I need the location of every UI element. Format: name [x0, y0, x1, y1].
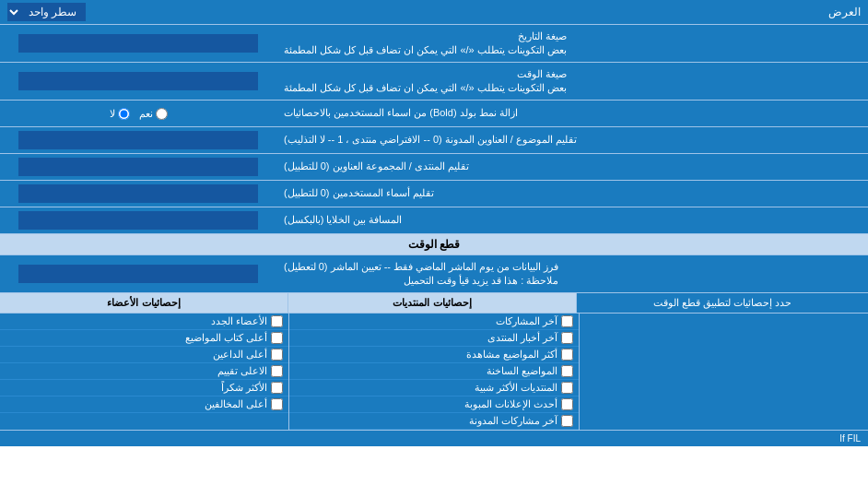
stats-col1-item-5: أحدث الإعلانات المبوبة	[289, 396, 578, 413]
stats-col2-header: إحصائيات الأعضاء	[0, 293, 287, 313]
stats-col2-label-4: الأكثر شكراً	[221, 382, 267, 394]
realtime-value-row: فرز البيانات من يوم الماشر الماضي فقط --…	[0, 255, 868, 293]
time-format-input-cell: H:i	[0, 63, 276, 100]
stats-col2-label-1: أعلى كتاب المواضيع	[185, 332, 267, 344]
stats-main-label: حدد إحصائيات لتطبيق قطع الوقت	[653, 297, 792, 309]
forum-headers-label: تقليم المنتدى / المجموعة العناوين (0 للت…	[276, 154, 868, 180]
stats-col1-check-5[interactable]	[561, 398, 573, 410]
stats-main-label-cell: حدد إحصائيات لتطبيق قطع الوقت	[576, 293, 868, 313]
stats-col1-label-0: آخر المشاركات	[496, 315, 557, 327]
stats-col1-label-6: آخر مشاركات المدونة	[469, 415, 557, 427]
stats-col2-item-5: أعلى المخالفين	[0, 396, 288, 413]
stats-col2-item-3: الاعلى تقييم	[0, 363, 288, 380]
stats-col2-check-0[interactable]	[271, 315, 283, 327]
top-label: العرض	[828, 6, 861, 18]
stats-col2-label-5: أعلى المخالفين	[205, 398, 267, 410]
forum-headers-input[interactable]: 33	[18, 158, 257, 176]
bold-remove-radios: نعم لا	[0, 101, 276, 126]
topic-headers-label: تقليم الموضوع / العناوين المدونة (0 -- ا…	[276, 127, 868, 153]
stats-col2-label-3: الاعلى تقييم	[217, 365, 267, 377]
member-names-row: تقليم أسماء المستخدمين (0 للتطبيل) 0	[0, 181, 868, 207]
bold-no-label[interactable]: لا	[110, 108, 130, 120]
stats-col1-label-3: المواضيع الساخنة	[487, 365, 557, 377]
top-row: العرض سطر واحدسطرينثلاثة أسطر	[0, 0, 868, 25]
cell-spacing-row: المسافة بين الخلايا (بالبكسل) 2	[0, 207, 868, 234]
display-select[interactable]: سطر واحدسطرينثلاثة أسطر	[7, 3, 86, 21]
date-format-row: صيغة التاريخ بعض التكوينات يتطلب «/» الت…	[0, 25, 868, 63]
stats-col2-label-2: أعلى الداعين	[213, 349, 267, 361]
date-format-label: صيغة التاريخ بعض التكوينات يتطلب «/» الت…	[276, 25, 868, 62]
stats-col2-item-2: أعلى الداعين	[0, 347, 288, 363]
stats-col1-item-6: آخر مشاركات المدونة	[289, 413, 578, 430]
realtime-value-input[interactable]: 0	[18, 265, 257, 283]
stats-col2-check-3[interactable]	[271, 365, 283, 377]
bold-remove-label: ازالة نمط بولد (Bold) من اسماء المستخدمي…	[276, 101, 868, 126]
realtime-value-label: فرز البيانات من يوم الماشر الماضي فقط --…	[276, 255, 868, 292]
bold-no-radio[interactable]	[118, 108, 130, 120]
stats-col1-item-4: المنتديات الأكثر شبية	[289, 380, 578, 396]
time-format-input[interactable]: H:i	[18, 72, 257, 90]
stats-col2-check-5[interactable]	[271, 398, 283, 410]
bold-yes-radio[interactable]	[156, 108, 168, 120]
time-format-row: صيغة الوقت بعض التكوينات يتطلب «/» التي …	[0, 63, 868, 101]
stats-col1-check-0[interactable]	[561, 315, 573, 327]
topic-headers-row: تقليم الموضوع / العناوين المدونة (0 -- ا…	[0, 127, 868, 154]
stats-col1-check-2[interactable]	[561, 349, 573, 361]
stats-col2-items: الأعضاء الجدد أعلى كتاب المواضيع أعلى ال…	[0, 314, 288, 430]
bottom-note: If FIL	[0, 431, 868, 446]
stats-col1-item-2: أكثر المواضيع مشاهدة	[289, 347, 578, 363]
stats-col2-label-0: الأعضاء الجدد	[211, 315, 267, 327]
realtime-value-input-cell: 0	[0, 255, 276, 292]
stats-header-row: حدد إحصائيات لتطبيق قطع الوقت إحصائيات ا…	[0, 293, 868, 314]
forum-headers-row: تقليم المنتدى / المجموعة العناوين (0 للت…	[0, 154, 868, 181]
topic-headers-input[interactable]: 33	[18, 131, 257, 149]
forum-headers-input-cell: 33	[0, 154, 276, 180]
stats-col1-header: إحصائيات المنتديات	[287, 293, 576, 313]
stats-col1-label-5: أحدث الإعلانات المبوبة	[464, 398, 557, 410]
stats-section: حدد إحصائيات لتطبيق قطع الوقت إحصائيات ا…	[0, 293, 868, 431]
stats-col2-check-2[interactable]	[271, 349, 283, 361]
stats-data-area: آخر المشاركات آخر أخبار المنتدى أكثر الم…	[0, 314, 868, 430]
time-format-label: صيغة الوقت بعض التكوينات يتطلب «/» التي …	[276, 63, 868, 100]
stats-col1-label-1: آخر أخبار المنتدى	[487, 332, 557, 344]
stats-col1-check-4[interactable]	[561, 382, 573, 394]
stats-col1-label-2: أكثر المواضيع مشاهدة	[466, 349, 557, 361]
stats-col2-item-0: الأعضاء الجدد	[0, 314, 288, 330]
bold-remove-row: ازالة نمط بولد (Bold) من اسماء المستخدمي…	[0, 101, 868, 127]
stats-col1-item-1: آخر أخبار المنتدى	[289, 330, 578, 347]
cell-spacing-input[interactable]: 2	[18, 211, 257, 230]
topic-headers-input-cell: 33	[0, 127, 276, 153]
stats-col2-item-1: أعلى كتاب المواضيع	[0, 330, 288, 347]
stats-col1-check-6[interactable]	[561, 415, 573, 427]
realtime-section-header: قطع الوقت	[0, 234, 868, 255]
member-names-label: تقليم أسماء المستخدمين (0 للتطبيل)	[276, 181, 868, 207]
member-names-input[interactable]: 0	[18, 184, 257, 203]
stats-col2-item-4: الأكثر شكراً	[0, 380, 288, 396]
stats-empty-col	[579, 314, 868, 430]
date-format-input[interactable]: d-m	[18, 34, 257, 53]
stats-col2-check-4[interactable]	[271, 382, 283, 394]
date-format-input-cell: d-m	[0, 25, 276, 62]
stats-col1-item-3: المواضيع الساخنة	[289, 363, 578, 380]
stats-col1-label-4: المنتديات الأكثر شبية	[475, 382, 557, 394]
cell-spacing-input-cell: 2	[0, 207, 276, 233]
bold-yes-label[interactable]: نعم	[139, 108, 168, 120]
stats-col1-check-1[interactable]	[561, 332, 573, 344]
cell-spacing-label: المسافة بين الخلايا (بالبكسل)	[276, 207, 868, 233]
stats-col1-check-3[interactable]	[561, 365, 573, 377]
stats-col1-item-0: آخر المشاركات	[289, 314, 578, 330]
stats-col1-items: آخر المشاركات آخر أخبار المنتدى أكثر الم…	[288, 314, 578, 430]
member-names-input-cell: 0	[0, 181, 276, 207]
stats-col2-check-1[interactable]	[271, 332, 283, 344]
